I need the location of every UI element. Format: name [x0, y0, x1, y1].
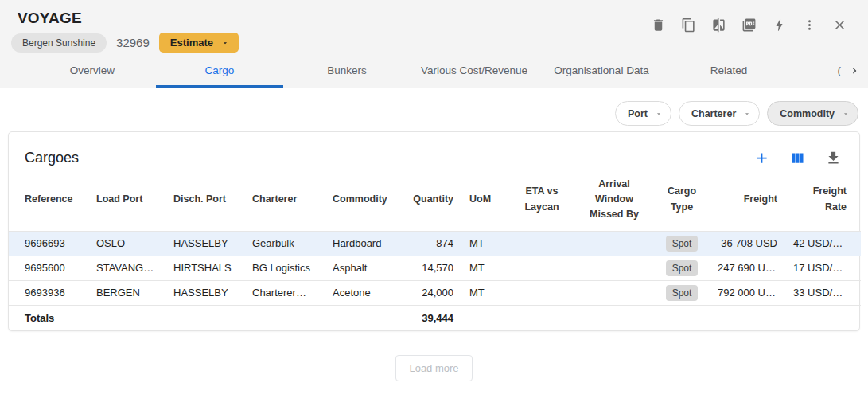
col-header-reference[interactable]: Reference: [9, 169, 88, 231]
voyage-page: VOYAGE Bergen Sunshine 32969 Estimate: [0, 0, 868, 406]
cargo-table: Reference Load Port Disch. Port Chartere…: [9, 169, 861, 330]
filter-chip-port-label: Port: [628, 108, 648, 119]
cell-commodity: Hardboard: [325, 231, 398, 256]
col-header-freight[interactable]: Freight: [710, 169, 785, 231]
table-row[interactable]: 9693936BERGENHASSELBYCharterer…Acetone24…: [9, 280, 861, 305]
cargoes-card: Cargoes Reference: [8, 131, 860, 331]
load-more-button[interactable]: Load more: [395, 355, 472, 381]
totals-row: Totals 39,444: [9, 305, 861, 330]
cell-commodity: Asphalt: [325, 256, 398, 280]
cargoes-toolbar: [753, 150, 842, 166]
cell-freight-rate: 17 USD/MT: [785, 256, 861, 280]
chevron-down-icon: [743, 110, 751, 118]
load-more-container: Load more: [0, 355, 868, 381]
pdf-export-icon[interactable]: [741, 18, 757, 33]
cell-freight-rate: 33 USD/MT: [785, 280, 861, 305]
filter-chip-commodity[interactable]: Commodity: [767, 101, 858, 126]
cell-arrival-window-missed-by: [574, 280, 654, 305]
chevron-right-icon[interactable]: [846, 55, 868, 88]
cell-arrival-window-missed-by: [574, 231, 654, 256]
cargo-type-badge: Spot: [666, 236, 699, 252]
filter-chip-commodity-label: Commodity: [780, 108, 835, 119]
cell-disch-port: HASSELBY: [165, 280, 244, 305]
cell-disch-port: HIRTSHALS: [165, 256, 244, 280]
cell-load-port: STAVANGER: [88, 256, 165, 280]
cell-quantity: 24,000: [398, 280, 461, 305]
cell-reference: 9693936: [9, 280, 88, 305]
cargo-table-head: Reference Load Port Disch. Port Chartere…: [9, 169, 861, 231]
cargo-type-badge: Spot: [666, 285, 699, 301]
cell-quantity: 874: [398, 231, 461, 256]
close-icon[interactable]: [832, 18, 847, 33]
delete-icon[interactable]: [651, 18, 666, 33]
cell-freight: 247 690 USD: [710, 256, 785, 280]
cell-disch-port: HASSELBY: [165, 231, 244, 256]
filter-chip-charterer-label: Charterer: [691, 108, 736, 119]
cargo-type-badge: Spot: [666, 260, 699, 276]
col-header-quantity[interactable]: Quantity: [398, 169, 461, 231]
chevron-down-icon: [221, 39, 229, 47]
cargoes-title: Cargoes: [25, 150, 79, 166]
filter-chip-port[interactable]: Port: [615, 101, 671, 126]
cell-reference: 9695600: [9, 256, 88, 280]
chevron-down-icon: [842, 110, 850, 118]
tab-related[interactable]: Related: [665, 54, 792, 88]
cell-cargo-type: Spot: [654, 231, 710, 256]
totals-label: Totals: [9, 305, 88, 330]
vessel-name-chip[interactable]: Bergen Sunshine: [11, 33, 107, 53]
cell-load-port: OSLO: [88, 231, 165, 256]
cargoes-card-header: Cargoes: [9, 132, 859, 169]
cell-reference: 9696693: [9, 231, 88, 256]
cell-uom: MT: [461, 280, 509, 305]
page-header: VOYAGE Bergen Sunshine 32969 Estimate: [0, 0, 868, 88]
tab-cargo[interactable]: Cargo: [156, 54, 283, 88]
tab-overflow-partial[interactable]: (: [838, 54, 847, 88]
totals-quantity: 39,444: [398, 305, 461, 330]
table-row[interactable]: 9695600STAVANGERHIRTSHALSBG LogisticsAsp…: [9, 256, 861, 280]
cell-charterer: BG Logistics: [244, 256, 325, 280]
cell-uom: MT: [461, 231, 509, 256]
cell-eta-vs-laycan: [509, 256, 574, 280]
tab-various-cost-revenue[interactable]: Various Cost/Revenue: [411, 54, 538, 88]
tab-organisational-data[interactable]: Organisational Data: [538, 54, 665, 88]
cargo-table-footer: Totals 39,444: [9, 305, 861, 330]
cell-charterer: Charterer…: [244, 280, 325, 305]
copy-icon[interactable]: [681, 18, 696, 33]
col-header-uom[interactable]: UoM: [461, 169, 509, 231]
chevron-down-icon: [655, 110, 663, 118]
download-icon[interactable]: [825, 150, 842, 166]
header-toolbar: [651, 18, 847, 33]
quick-actions-icon[interactable]: [772, 18, 787, 33]
more-options-icon[interactable]: [802, 18, 817, 33]
col-header-disch-port[interactable]: Disch. Port: [165, 169, 244, 231]
col-header-commodity[interactable]: Commodity: [325, 169, 398, 231]
add-icon[interactable]: [753, 150, 770, 166]
header-subrow: Bergen Sunshine 32969 Estimate: [11, 33, 239, 53]
filter-bar: Port Charterer Commodity: [615, 101, 858, 126]
cell-uom: MT: [461, 256, 509, 280]
cell-eta-vs-laycan: [509, 280, 574, 305]
col-header-load-port[interactable]: Load Port: [88, 169, 165, 231]
col-header-arrival-window-missed-by[interactable]: Arrival Window Missed By: [574, 169, 654, 231]
cell-cargo-type: Spot: [654, 256, 710, 280]
cell-arrival-window-missed-by: [574, 256, 654, 280]
cell-quantity: 14,570: [398, 256, 461, 280]
col-header-cargo-type[interactable]: Cargo Type: [654, 169, 710, 231]
cell-freight-rate: 42 USD/MT: [785, 231, 861, 256]
filter-chip-charterer[interactable]: Charterer: [679, 101, 760, 126]
estimate-button[interactable]: Estimate: [159, 33, 239, 53]
cell-load-port: BERGEN: [88, 280, 165, 305]
voyage-number: 32969: [116, 36, 150, 49]
col-header-freight-rate[interactable]: Freight Rate: [785, 169, 861, 231]
tab-bunkers[interactable]: Bunkers: [283, 54, 411, 88]
cell-eta-vs-laycan: [509, 231, 574, 256]
cell-charterer: Gearbulk: [244, 231, 325, 256]
columns-icon[interactable]: [789, 150, 806, 166]
cell-freight: 36 708 USD: [710, 231, 785, 256]
col-header-eta-vs-laycan[interactable]: ETA vs Laycan: [509, 169, 574, 231]
col-header-charterer[interactable]: Charterer: [244, 169, 325, 231]
table-row[interactable]: 9696693OSLOHASSELBYGearbulkHardboard874M…: [9, 231, 861, 256]
tab-overview[interactable]: Overview: [29, 54, 156, 88]
compare-icon[interactable]: [711, 18, 726, 33]
cell-cargo-type: Spot: [654, 280, 710, 305]
